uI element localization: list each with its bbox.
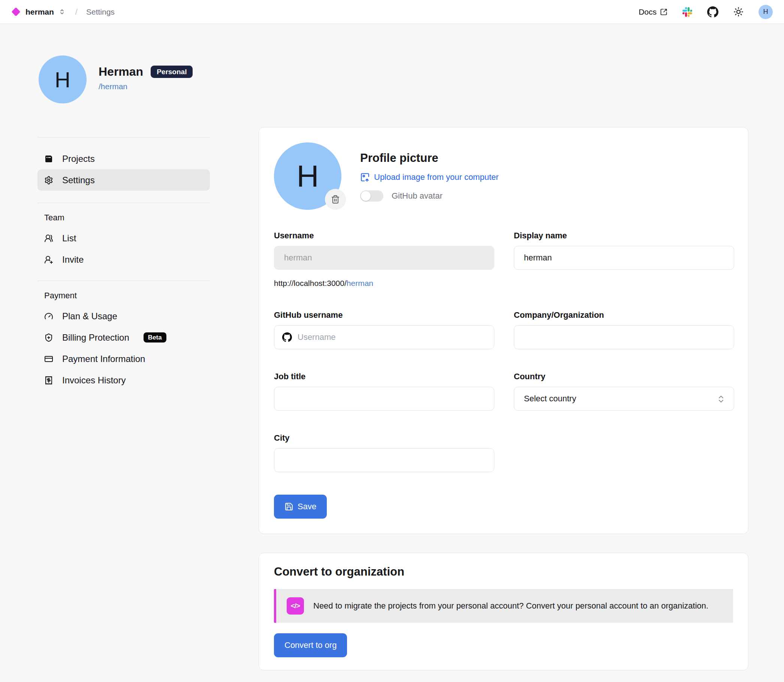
divider — [37, 203, 210, 203]
username-label: Username — [274, 231, 494, 241]
sidebar-item-label: Plan & Usage — [62, 311, 117, 322]
docs-label: Docs — [639, 8, 657, 16]
credit-card-icon — [44, 354, 53, 363]
toggle-knob — [361, 191, 371, 201]
company-input[interactable] — [514, 325, 734, 349]
breadcrumb-page: Settings — [86, 8, 115, 16]
user-plus-icon — [44, 255, 53, 264]
job-title-input[interactable] — [274, 387, 494, 411]
external-link-icon — [660, 8, 668, 16]
city-label: City — [274, 433, 494, 443]
workspace-name: herman — [25, 8, 54, 16]
theme-toggle-button[interactable] — [733, 7, 744, 17]
sidebar-item-plan-usage[interactable]: Plan & Usage — [37, 305, 210, 327]
github-username-label: GitHub username — [274, 310, 494, 320]
upload-image-icon — [360, 172, 370, 182]
navbar-actions: Docs H — [639, 5, 773, 19]
profile-header-text: Herman Personal /herman — [99, 56, 193, 104]
chevrons-up-down-icon — [59, 9, 65, 15]
users-icon — [44, 234, 53, 243]
profile-handle-link[interactable]: /herman — [99, 82, 127, 91]
sidebar-item-invoices-history[interactable]: Invoices History — [37, 370, 210, 391]
top-navbar: herman / Settings Docs — [0, 0, 784, 24]
chevrons-up-down-icon — [717, 395, 725, 403]
delete-avatar-button[interactable] — [325, 189, 346, 210]
display-name-label: Display name — [514, 231, 734, 241]
trash-icon — [331, 195, 340, 204]
shield-plus-icon — [44, 333, 53, 342]
convert-info-text: Need to migrate the projects from your p… — [313, 601, 708, 611]
user-avatar[interactable]: H — [759, 5, 773, 19]
display-name-input[interactable] — [514, 246, 734, 270]
sidebar-item-label: Invoices History — [62, 375, 126, 386]
upload-image-label: Upload image from your computer — [374, 172, 499, 182]
sun-icon — [733, 7, 744, 17]
code-icon: </> — [287, 597, 304, 615]
slack-icon — [682, 7, 692, 17]
country-label: Country — [514, 372, 734, 381]
sidebar-section-payment: Payment — [37, 291, 210, 301]
profile-url-prefix: http://localhost:3000/ — [274, 279, 347, 287]
job-title-label: Job title — [274, 372, 494, 381]
personal-badge: Personal — [151, 65, 193, 78]
github-icon — [707, 6, 719, 18]
profile-avatar: H — [38, 56, 86, 104]
profile-picture-title: Profile picture — [360, 151, 499, 165]
city-input[interactable] — [274, 448, 494, 472]
country-select[interactable]: Select country — [514, 387, 734, 411]
sidebar-item-label: List — [62, 233, 76, 244]
company-label: Company/Organization — [514, 310, 734, 320]
sidebar-item-list[interactable]: List — [37, 228, 210, 249]
sidebar-item-projects[interactable]: Projects — [37, 148, 210, 169]
sidebar-item-invite[interactable]: Invite — [37, 249, 210, 270]
github-username-input[interactable] — [274, 325, 494, 349]
github-icon — [282, 332, 292, 342]
divider — [37, 280, 210, 281]
save-icon — [284, 502, 293, 511]
convert-card-title: Convert to organization — [274, 565, 733, 578]
github-avatar-label: GitHub avatar — [392, 191, 443, 201]
convert-to-org-button[interactable]: Convert to org — [274, 633, 347, 657]
convert-info-banner: </> Need to migrate the projects from yo… — [274, 589, 733, 623]
username-input[interactable] — [274, 246, 494, 270]
convert-to-organization-card: Convert to organization </> Need to migr… — [258, 553, 748, 670]
breadcrumb-separator: / — [75, 7, 78, 17]
profile-url-user-link[interactable]: herman — [347, 279, 373, 287]
github-button[interactable] — [707, 6, 719, 18]
workspace-switcher[interactable]: herman — [11, 8, 65, 16]
sidebar-item-label: Projects — [62, 154, 95, 164]
sidebar-item-label: Settings — [62, 175, 95, 185]
receipt-icon — [44, 376, 53, 385]
save-button-label: Save — [298, 502, 316, 512]
sidebar-item-payment-information[interactable]: Payment Information — [37, 348, 210, 370]
sidebar-item-settings[interactable]: Settings — [37, 169, 210, 191]
slack-button[interactable] — [682, 7, 692, 17]
sidebar-section-team: Team — [37, 213, 210, 223]
profile-picture: H — [274, 142, 341, 210]
breadcrumb: herman / Settings — [11, 7, 115, 17]
country-select-value: Select country — [524, 394, 576, 403]
sidebar-item-label: Billing Protection — [62, 332, 129, 343]
profile-settings-card: H Profile picture Upload image from your… — [258, 127, 748, 534]
github-avatar-toggle[interactable] — [360, 190, 383, 202]
gauge-icon — [44, 312, 53, 321]
gear-icon — [44, 176, 53, 185]
profile-header: H Herman Personal /herman — [38, 56, 193, 104]
sidebar-item-label: Payment Information — [62, 354, 145, 364]
sidebar: Projects Settings Team List Invite Payme… — [37, 137, 210, 402]
sidebar-item-billing-protection[interactable]: Billing Protection Beta — [37, 327, 210, 348]
sidebar-item-label: Invite — [62, 255, 84, 265]
save-button[interactable]: Save — [274, 495, 327, 519]
profile-url: http://localhost:3000/herman — [274, 279, 494, 288]
docs-link[interactable]: Docs — [639, 8, 668, 16]
projects-icon — [44, 155, 53, 163]
upload-image-link[interactable]: Upload image from your computer — [360, 172, 499, 182]
beta-badge: Beta — [143, 332, 166, 343]
workspace-diamond-icon — [11, 7, 20, 16]
profile-name: Herman — [99, 65, 143, 79]
